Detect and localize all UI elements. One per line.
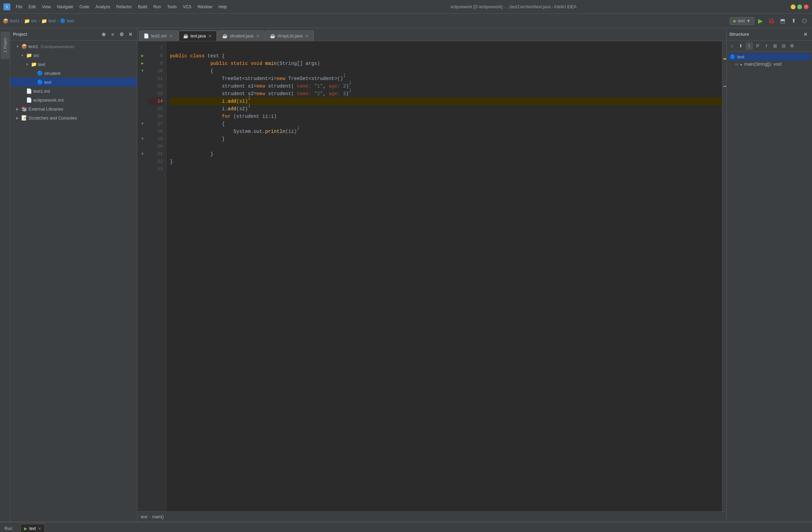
menu-code[interactable]: Code (77, 3, 92, 10)
panel-locate-icon[interactable]: ⊕ (100, 31, 107, 38)
sidebar-tab-project[interactable]: 1: Project (1, 32, 10, 59)
menu-file[interactable]: File (13, 3, 25, 10)
update-button[interactable]: ⬆ (789, 16, 798, 26)
run-config-label: text (738, 19, 745, 23)
tab-text-java[interactable]: ☕ text.java ✕ (179, 31, 217, 41)
struct-show-inherited-icon[interactable]: I (745, 42, 753, 50)
tree-item-src[interactable]: ▼ 📁 src (10, 51, 137, 60)
tab-close-text1-iml[interactable]: ✕ (169, 34, 173, 38)
structure-title: Structure (729, 32, 749, 37)
tree-item-ext-libs[interactable]: ▶ 📚 External Libraries (10, 104, 137, 113)
menu-navigate[interactable]: Navigate (54, 3, 76, 10)
struct-show-anon-icon[interactable]: f (763, 42, 770, 50)
bc-main[interactable]: main() (152, 514, 164, 519)
panel-collapse-icon[interactable]: ≡ (109, 31, 116, 38)
menu-tools[interactable]: Tools (164, 3, 180, 10)
tree-arrow-text-folder: ▼ (25, 62, 30, 67)
struct-settings-icon[interactable]: ⚙ (788, 42, 796, 50)
code-content[interactable]: public class text { public static void m… (167, 41, 722, 511)
tree-item-text-folder[interactable]: ▼ 📁 text (10, 60, 137, 69)
menu-help[interactable]: Help (216, 3, 230, 10)
tab-strudent-java[interactable]: ☕ strudent.java ✕ (218, 31, 265, 41)
menu-bar[interactable]: File Edit View Navigate Code Analyze Ref… (13, 3, 230, 10)
code-line-20 (170, 143, 722, 150)
app-icon: I (3, 3, 10, 10)
run-gutter-8[interactable]: ▶ (141, 52, 144, 60)
struct-item-text-class[interactable]: 🔵 text (728, 53, 810, 60)
tab-label-text-java: text.java (191, 34, 206, 38)
bottom-section: Run: ▶ text ✕ ▶ ▲ ■ ▼ ↺ ≡ ↡ 🖨 🗑 "C:\Prog… (0, 522, 812, 532)
maximize-button[interactable]: □ (797, 4, 802, 9)
menu-window[interactable]: Window (195, 3, 215, 10)
tree-item-text-class[interactable]: 🔵 text (10, 78, 137, 87)
structure-panel: Structure ✕ ↕ ⬆ I P f ⊞ ⊟ ⚙ 🔵 text m ⬥ m… (726, 28, 812, 522)
structure-header: Structure ✕ (727, 28, 812, 41)
tab-close-text-java[interactable]: ✕ (208, 34, 213, 38)
gutter-marker-warning (723, 58, 726, 59)
tab-close-strudent-java[interactable]: ✕ (255, 34, 260, 38)
menu-build[interactable]: Build (135, 3, 150, 10)
toolbar: 📦 text1 › 📁 src › 📁 text › 🔵 text ▶ text… (0, 14, 812, 28)
tab-arraylist-java[interactable]: ☕ ArrayList.java ✕ (265, 31, 314, 41)
tree-label-text-folder: text (38, 62, 45, 67)
fold-gutter-10[interactable]: ▼ (141, 67, 144, 75)
crumb-src[interactable]: src (31, 18, 37, 23)
tree-item-eclipsework-iml[interactable]: 📄 eclipsework.iml (10, 95, 137, 104)
run-config-icon: ▶ (733, 19, 736, 23)
code-line-12: strudent s1=new strudent( name: "1", age… (170, 82, 722, 90)
tree-item-text1[interactable]: ▼ 📦 text1 D:\eclipsework\text1 (10, 42, 137, 51)
profile-button[interactable]: ⬡ (800, 16, 809, 26)
menu-run[interactable]: Run (151, 3, 164, 10)
crumb-text1[interactable]: text1 (10, 18, 20, 23)
panel-gear-icon[interactable]: ⚙ (118, 31, 125, 38)
coverage-button[interactable]: ⬒ (778, 16, 787, 26)
menu-vcs[interactable]: VCS (180, 3, 194, 10)
run-config-selector[interactable]: ▶ text ▼ (730, 17, 754, 25)
struct-show-fields-icon[interactable]: P (754, 42, 762, 50)
text-class-icon: 🔵 (37, 79, 43, 85)
fold-gutter-21[interactable]: ▼ (141, 150, 144, 158)
menu-view[interactable]: View (39, 3, 54, 10)
menu-analyze[interactable]: Analyze (93, 3, 113, 10)
window-controls[interactable]: ─ □ ✕ (791, 4, 809, 9)
minimize-button[interactable]: ─ (791, 4, 796, 9)
fold-gutter-17[interactable]: ▼ (141, 120, 144, 128)
tab-label-text1-iml: text1.iml (151, 34, 167, 38)
struct-item-main-method[interactable]: m ⬥ main(String[]): void (728, 60, 810, 68)
debug-button[interactable]: 🐞 (767, 16, 776, 26)
crumb-text-folder[interactable]: text (48, 18, 56, 23)
crumb-text-class[interactable]: text (67, 18, 74, 23)
scratches-icon: 📝 (21, 115, 27, 121)
panel-close-icon[interactable]: ✕ (127, 31, 134, 38)
structure-close-icon[interactable]: ✕ (802, 31, 809, 38)
close-button[interactable]: ✕ (804, 4, 809, 9)
fold-gutter-19[interactable]: ▼ (141, 135, 144, 143)
menu-refactor[interactable]: Refactor (114, 3, 135, 10)
tree-item-strudent[interactable]: 🔵 strudent (10, 69, 137, 78)
struct-collapse-icon[interactable]: ⊟ (780, 42, 787, 50)
tree-label-ext-libs: External Libraries (28, 106, 63, 112)
struct-sort-alpha-icon[interactable]: ↕ (728, 42, 736, 50)
tab-text1-iml[interactable]: 📄 text1.iml ✕ (139, 31, 178, 41)
code-line-15: i.add(s2); (170, 105, 722, 113)
run-gutter-9[interactable]: ▶ (141, 60, 144, 67)
struct-sort-visibility-icon[interactable]: ⬆ (737, 42, 744, 50)
tree-item-text1-iml[interactable]: 📄 text1.iml (10, 87, 137, 95)
tab-close-arraylist-java[interactable]: ✕ (305, 34, 309, 38)
struct-label-main: ⬥ (740, 62, 742, 67)
struct-expand-icon[interactable]: ⊞ (771, 42, 779, 50)
menu-edit[interactable]: Edit (26, 3, 38, 10)
bottom-tab-run-close[interactable]: ✕ (38, 527, 41, 531)
tree-label-src: src (33, 53, 39, 58)
code-editor[interactable]: ▶ ▶ ▼ ▼ ▼ ▼ 7 8 9 (137, 41, 726, 511)
bc-text[interactable]: text (141, 514, 147, 519)
gutter-icons: ▶ ▶ ▼ ▼ ▼ ▼ (137, 41, 148, 511)
bottom-tab-run[interactable]: ▶ text ✕ (20, 524, 45, 532)
project-panel-title: Project (13, 32, 98, 37)
text-folder-icon: 📁 (41, 18, 47, 24)
tree-item-scratches[interactable]: ▶ 📝 Scratches and Consoles (10, 113, 137, 122)
bottom-tabs: Run: ▶ text ✕ (0, 522, 812, 532)
run-button[interactable]: ▶ (756, 16, 765, 26)
struct-label-text: text (737, 54, 744, 59)
project-panel-header: Project ⊕ ≡ ⚙ ✕ (10, 28, 137, 41)
